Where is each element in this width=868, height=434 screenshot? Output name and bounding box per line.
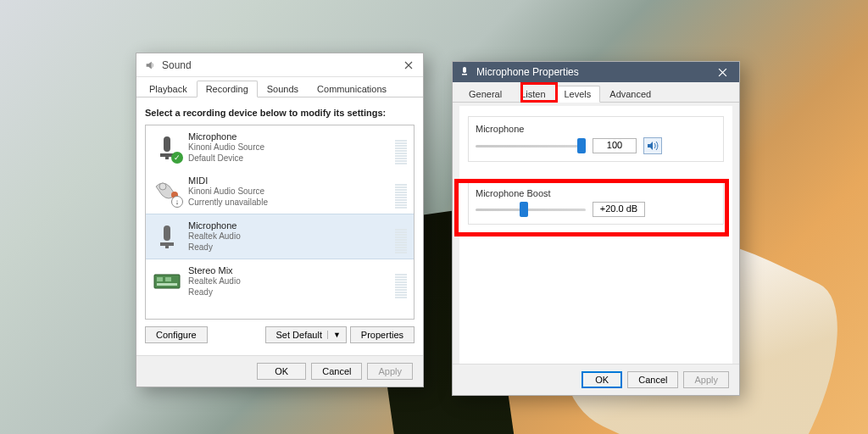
device-info: Microphone Realtek Audio Ready (188, 220, 388, 253)
device-info: MIDI Kinoni Audio Source Currently unava… (188, 175, 388, 209)
tab-communications[interactable]: Communications (308, 81, 396, 97)
device-name: Microphone (188, 220, 388, 232)
close-icon[interactable] (401, 58, 416, 73)
instruction-text: Select a recording device below to modif… (145, 108, 415, 118)
device-name: Stereo Mix (188, 265, 388, 277)
device-status: Default Device (188, 153, 388, 164)
tab-recording[interactable]: Recording (197, 81, 258, 97)
svg-rect-11 (157, 283, 177, 286)
level-meter (395, 131, 407, 164)
apply-button: Apply (683, 371, 729, 388)
ok-button[interactable]: OK (581, 371, 622, 388)
svg-rect-10 (165, 277, 171, 281)
microphone-value[interactable]: 100 (593, 138, 637, 153)
device-item[interactable]: ✓ Microphone Kinoni Audio Source Default… (146, 125, 414, 170)
level-meter (395, 175, 407, 209)
device-info: Stereo Mix Realtek Audio Ready (188, 265, 388, 298)
microphone-icon (459, 66, 471, 78)
device-source: Kinoni Audio Source (188, 142, 388, 153)
device-list: ✓ Microphone Kinoni Audio Source Default… (145, 125, 415, 320)
device-name: MIDI (188, 175, 388, 187)
mic-properties-title: Microphone Properties (476, 66, 579, 78)
check-badge-icon: ✓ (171, 152, 183, 164)
device-status: Ready (188, 242, 388, 253)
arrow-down-badge-icon: ↓ (171, 196, 183, 208)
levels-panel: Microphone 100 Microphone Boost +20.0 (459, 106, 732, 374)
svg-rect-7 (165, 246, 169, 248)
device-name: Microphone (188, 131, 388, 143)
svg-rect-5 (164, 225, 170, 241)
microphone-level-label: Microphone (476, 124, 716, 134)
device-source: Realtek Audio (188, 276, 388, 287)
apply-button: Apply (367, 363, 413, 380)
midi-icon: ↓ (153, 177, 181, 206)
svg-rect-0 (164, 136, 170, 152)
mic-properties-titlebar: Microphone Properties (453, 62, 739, 82)
device-item[interactable]: Microphone Realtek Audio Ready (146, 214, 414, 259)
device-status: Currently unavailable (188, 198, 388, 209)
chevron-down-icon: ▼ (327, 331, 341, 339)
device-status: Ready (188, 287, 388, 298)
svg-rect-2 (165, 157, 169, 159)
sound-icon (143, 58, 157, 72)
sound-tabs: Playback Recording Sounds Communications (136, 77, 423, 97)
device-source: Kinoni Audio Source (188, 186, 388, 198)
mic-properties-window: Microphone Properties General Listen Lev… (452, 61, 740, 396)
properties-button[interactable]: Properties (350, 326, 415, 343)
ok-button[interactable]: OK (257, 363, 306, 380)
set-default-button[interactable]: Set Default ▼ (265, 326, 347, 343)
cancel-button[interactable]: Cancel (627, 371, 678, 388)
svg-rect-9 (157, 277, 163, 281)
configure-button[interactable]: Configure (145, 326, 208, 343)
device-info: Microphone Kinoni Audio Source Default D… (188, 131, 388, 164)
sound-dialog-buttons: OK Cancel Apply (136, 355, 423, 387)
microphone-icon: ✓ (153, 133, 181, 162)
tab-playback[interactable]: Playback (140, 81, 197, 97)
tab-sounds[interactable]: Sounds (258, 81, 308, 97)
set-default-label: Set Default (276, 330, 322, 340)
device-item[interactable]: Stereo Mix Realtek Audio Ready (146, 259, 414, 303)
tab-levels[interactable]: Levels (555, 86, 601, 103)
device-button-row: Configure Set Default ▼ Properties (145, 320, 415, 343)
sound-title: Sound (162, 59, 192, 71)
close-icon[interactable] (705, 62, 739, 82)
tab-advanced[interactable]: Advanced (600, 86, 660, 103)
level-meter (395, 264, 407, 298)
svg-rect-13 (462, 74, 467, 75)
stereo-mix-icon (153, 267, 181, 296)
speaker-icon (647, 141, 659, 151)
device-source: Realtek Audio (188, 231, 388, 242)
svg-rect-6 (160, 242, 174, 246)
mic-dialog-buttons: OK Cancel Apply (453, 364, 739, 395)
sound-window: Sound Playback Recording Sounds Communic… (136, 53, 424, 387)
highlight-boost-group (454, 179, 729, 236)
tab-general[interactable]: General (459, 86, 511, 103)
mute-toggle-button[interactable] (643, 137, 662, 154)
sound-titlebar: Sound (136, 53, 423, 77)
svg-point-4 (159, 183, 166, 190)
microphone-level-group: Microphone 100 (468, 116, 724, 162)
microphone-slider[interactable] (476, 138, 586, 153)
microphone-icon (153, 222, 181, 251)
cancel-button[interactable]: Cancel (311, 363, 362, 380)
sound-content: Select a recording device below to modif… (136, 97, 423, 350)
mic-properties-tabs: General Listen Levels Advanced (453, 82, 739, 103)
svg-rect-12 (463, 67, 466, 73)
tab-listen[interactable]: Listen (511, 86, 554, 103)
level-meter (395, 220, 407, 253)
device-item[interactable]: ↓ MIDI Kinoni Audio Source Currently una… (146, 170, 414, 214)
